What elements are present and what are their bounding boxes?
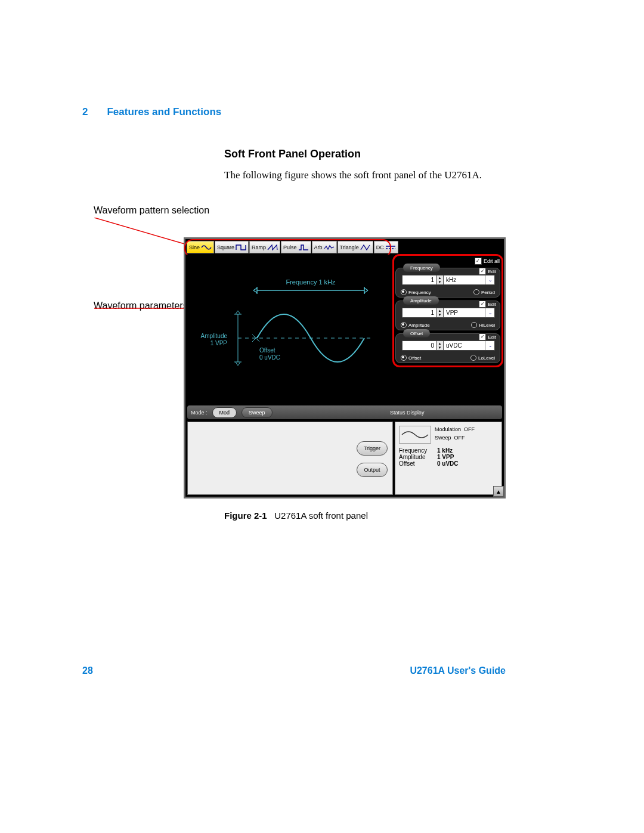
trigger-button[interactable]: Trigger (357, 441, 388, 456)
figure-caption: Figure 2-1 U2761A soft front panel (224, 510, 368, 521)
spin-down-icon: ▼ (436, 280, 443, 285)
display-offset-label-1: Offset (259, 347, 275, 354)
amplitude-value-input[interactable]: 1 (402, 308, 436, 318)
param-title: Amplitude (403, 296, 439, 305)
amplitude-spinner[interactable]: ▲▼ (436, 308, 444, 318)
status-display-panel: Modulation OFF Sweep OFF Frequency1 kHz … (395, 422, 502, 495)
chevron-up-icon: ▲ (496, 488, 501, 495)
display-frequency-label: Frequency 1 kHz (286, 278, 336, 286)
frequency-spinner[interactable]: ▲▼ (436, 275, 444, 285)
waveform-toolbar: Sine Square Ramp Pulse Arb Triangle DC (187, 241, 398, 253)
display-offset-label-2: 0 uVDC (259, 354, 280, 361)
figure-text: U2761A soft front panel (274, 510, 368, 521)
param-edit-checkbox[interactable]: ✓Edit (479, 301, 496, 308)
waveform-display: Frequency 1 kHz Amplitude 1 VPP Offset 0… (185, 255, 394, 402)
param-title: Offset (403, 329, 430, 337)
spin-down-icon: ▼ (436, 346, 443, 351)
radio-amplitude[interactable]: Amplitude (401, 322, 430, 328)
waveform-square-button[interactable]: Square (215, 241, 249, 253)
frequency-value-input[interactable]: 1 (402, 275, 436, 285)
ramp-icon (267, 244, 278, 251)
triangle-icon (360, 244, 371, 251)
spin-up-icon: ▲ (436, 308, 443, 313)
btn-label: Ramp (252, 244, 266, 250)
edit-all-label: Edit all (484, 258, 500, 264)
param-edit-checkbox[interactable]: ✓Edit (479, 333, 496, 340)
checkbox-icon: ✓ (475, 258, 482, 265)
expand-up-button[interactable]: ▲ (493, 486, 504, 497)
radio-on-icon (401, 289, 407, 295)
display-amplitude-label-2: 1 VPP (210, 340, 228, 346)
radio-off-icon (471, 322, 477, 328)
offset-spinner[interactable]: ▲▼ (436, 340, 444, 351)
square-icon (236, 244, 246, 251)
mini-wave-icon (399, 426, 431, 444)
btn-label: Triangle (340, 244, 359, 250)
sweep-label: Sweep (435, 435, 451, 441)
spin-up-icon: ▲ (436, 341, 443, 346)
checkbox-icon: ✓ (479, 268, 486, 275)
btn-label: Arb (314, 244, 323, 250)
frequency-unit-dropdown[interactable]: kHz⌄ (444, 275, 495, 285)
waveform-dc-button[interactable]: DC (374, 241, 398, 253)
status-display-label: Status Display (390, 410, 425, 416)
status-display-bar: Status Display (385, 405, 502, 419)
btn-label: Sine (189, 244, 200, 250)
parameters-panel: ✓Edit all Frequency ✓Edit 1 ▲▼ kHz⌄ Freq… (395, 257, 501, 364)
dc-icon (385, 244, 396, 251)
waveform-pulse-button[interactable]: Pulse (281, 241, 311, 253)
radio-period[interactable]: Period (473, 289, 495, 295)
status-row-key: Offset (399, 460, 435, 467)
sweep-value: OFF (454, 435, 465, 441)
pulse-icon (298, 244, 309, 251)
param-group-offset: Offset ✓Edit 0 ▲▼ uVDC⌄ Offset LoLevel (395, 333, 500, 363)
offset-value-input[interactable]: 0 (402, 340, 436, 351)
guide-title: U2761A User's Guide (410, 665, 506, 676)
amplitude-unit-dropdown[interactable]: VPP⌄ (444, 308, 495, 318)
radio-frequency[interactable]: Frequency (401, 289, 431, 295)
radio-offset[interactable]: Offset (401, 355, 421, 361)
svg-line-0 (94, 218, 197, 247)
spin-down-icon: ▼ (436, 313, 443, 318)
arb-icon (324, 244, 335, 251)
edit-all-checkbox[interactable]: ✓Edit all (475, 258, 500, 265)
status-row-val: 1 VPP (437, 454, 454, 460)
radio-lolevel[interactable]: LoLevel (470, 355, 495, 361)
waveform-triangle-button[interactable]: Triangle (338, 241, 373, 253)
chapter-number: 2 (82, 106, 88, 117)
btn-label: DC (376, 244, 384, 250)
chevron-down-icon: ⌄ (485, 275, 494, 284)
offset-unit-dropdown[interactable]: uVDC⌄ (444, 340, 495, 351)
waveform-sine-button[interactable]: Sine (187, 241, 214, 253)
lower-left-panel: Trigger Output (187, 422, 393, 495)
mode-bar: Mode : Mod Sweep (187, 405, 393, 419)
status-row-val: 1 kHz (437, 447, 453, 454)
chapter-title: Features and Functions (107, 106, 221, 117)
soft-front-panel: Sine Square Ramp Pulse Arb Triangle DC (184, 237, 506, 498)
modulation-label: Modulation (435, 426, 461, 432)
param-group-amplitude: Amplitude ✓Edit 1 ▲▼ VPP⌄ Amplitude HiLe… (395, 301, 500, 330)
waveform-arb-button[interactable]: Arb (312, 241, 337, 253)
radio-off-icon (473, 289, 479, 295)
section-title: Soft Front Panel Operation (224, 148, 361, 160)
callout-pattern-selection: Waveform pattern selection (94, 205, 209, 216)
mode-mod-button[interactable]: Mod (212, 407, 237, 418)
intro-paragraph: The following figure shows the soft fron… (224, 168, 504, 183)
checkbox-icon: ✓ (479, 333, 486, 340)
chapter-header: 2Features and Functions (82, 106, 221, 118)
radio-hilevel[interactable]: HiLevel (471, 322, 495, 328)
param-title: Frequency (403, 264, 440, 272)
btn-label: Pulse (283, 244, 297, 250)
status-row-key: Frequency (399, 447, 435, 454)
radio-on-icon (401, 355, 407, 361)
waveform-ramp-button[interactable]: Ramp (249, 241, 280, 253)
output-button[interactable]: Output (357, 463, 388, 477)
modulation-value: OFF (464, 426, 475, 432)
mode-sweep-button[interactable]: Sweep (242, 407, 273, 418)
radio-off-icon (470, 355, 476, 361)
status-row-key: Amplitude (399, 454, 435, 460)
spin-up-icon: ▲ (436, 275, 443, 280)
display-amplitude-label-1: Amplitude (201, 333, 228, 339)
btn-label: Square (217, 244, 234, 250)
param-edit-checkbox[interactable]: ✓Edit (479, 268, 496, 275)
